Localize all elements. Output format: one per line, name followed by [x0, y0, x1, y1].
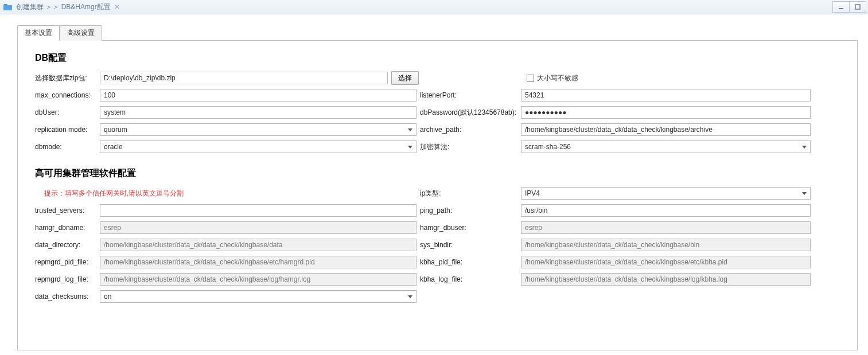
dbpassword-input[interactable] — [521, 106, 811, 119]
label-hamgr-dbuser: hamgr_dbuser: — [417, 224, 521, 232]
tab-advanced[interactable]: 高级设置 — [60, 25, 102, 41]
label-dbmode: dbmode: — [35, 143, 100, 151]
minimize-button[interactable] — [832, 1, 850, 13]
max-conn-input[interactable] — [100, 89, 417, 102]
content-area: 基本设置 高级设置 DB配置 选择数据库zip包: 选择 大小写不敏感 — [0, 14, 868, 355]
label-trusted: trusted_servers: — [35, 206, 100, 214]
data-dir-input — [100, 239, 417, 251]
tabs: 基本设置 高级设置 — [17, 25, 858, 41]
label-zip: 选择数据库zip包: — [35, 73, 100, 83]
iptype-select[interactable]: IPV4 — [521, 187, 811, 200]
app-window: 创建集群 ＞＞ DB&HAmgr配置 ✕ 基本设置 高级设置 DB配置 选择数据… — [0, 0, 868, 355]
breadcrumb: 创建集群 ＞＞ DB&HAmgr配置 — [16, 2, 111, 12]
window-controls — [833, 1, 866, 13]
case-insensitive-label: 大小写不敏感 — [537, 73, 578, 83]
tab-basic[interactable]: 基本设置 — [17, 25, 60, 41]
label-archive: archive_path: — [417, 126, 521, 134]
case-insensitive-checkbox[interactable] — [527, 75, 534, 82]
repmgrd-log-input — [100, 273, 417, 286]
titlebar: 创建集群 ＞＞ DB&HAmgr配置 ✕ — [0, 0, 868, 14]
ha-form: 提示：填写多个信任网关时,请以英文逗号分割 ip类型: IPV4 trusted… — [35, 186, 840, 303]
trusted-hint: 提示：填写多个信任网关时,请以英文逗号分割 — [35, 189, 352, 198]
folder-icon — [3, 3, 13, 11]
label-kbha-log: kbha_log_file: — [417, 275, 521, 283]
label-ping: ping_path: — [417, 206, 521, 214]
select-zip-button[interactable]: 选择 — [391, 71, 419, 85]
label-enc: 加密算法: — [417, 142, 521, 152]
label-listener: listenerPort: — [417, 91, 521, 99]
label-iptype: ip类型: — [417, 189, 521, 198]
trusted-servers-input[interactable] — [100, 204, 417, 217]
svg-rect-0 — [839, 8, 843, 9]
dbuser-input[interactable] — [100, 106, 417, 119]
svg-rect-1 — [855, 5, 860, 9]
section-db-title: DB配置 — [35, 52, 840, 64]
label-max-conn: max_connections: — [35, 91, 100, 99]
tab-close-icon[interactable]: ✕ — [114, 3, 120, 11]
db-form: 选择数据库zip包: 选择 大小写不敏感 max_connections: li… — [35, 71, 840, 154]
label-repmgrd-pid: repmgrd_pid_file: — [35, 258, 100, 266]
label-data-dir: data_directory: — [35, 241, 100, 249]
listener-port-input[interactable] — [521, 89, 811, 102]
label-dbpass: dbPassword(默认12345678ab): — [417, 108, 521, 118]
label-hamgr-dbname: hamgr_dbname: — [35, 224, 100, 232]
tab-panel-basic: DB配置 选择数据库zip包: 选择 大小写不敏感 max_connection… — [17, 41, 858, 350]
maximize-button[interactable] — [849, 1, 866, 13]
zip-path-input[interactable] — [100, 72, 388, 84]
kbha-pid-input — [521, 256, 811, 268]
label-dbuser: dbUser: — [35, 108, 100, 116]
case-insensitive-wrap: 大小写不敏感 — [527, 73, 578, 83]
checksums-select[interactable]: on — [100, 290, 417, 303]
label-checksums: data_checksums: — [35, 292, 100, 301]
sys-bindir-input — [521, 239, 811, 251]
section-ha-title: 高可用集群管理软件配置 — [35, 167, 840, 180]
enc-select[interactable]: scram-sha-256 — [521, 141, 811, 153]
archive-path-input[interactable] — [521, 123, 811, 136]
kbha-log-input — [521, 273, 811, 286]
replication-select[interactable]: quorum — [100, 123, 417, 136]
label-kbha-pid: kbha_pid_file: — [417, 258, 521, 266]
dbmode-select[interactable]: oracle — [100, 141, 417, 153]
repmgrd-pid-input — [100, 256, 417, 268]
ping-path-input[interactable] — [521, 204, 811, 217]
label-sys-bindir: sys_bindir: — [417, 241, 521, 249]
hamgr-dbname-input — [100, 221, 417, 234]
label-replication: replication mode: — [35, 126, 100, 134]
label-repmgrd-log: repmgrd_log_file: — [35, 275, 100, 283]
hamgr-dbuser-input — [521, 221, 811, 234]
